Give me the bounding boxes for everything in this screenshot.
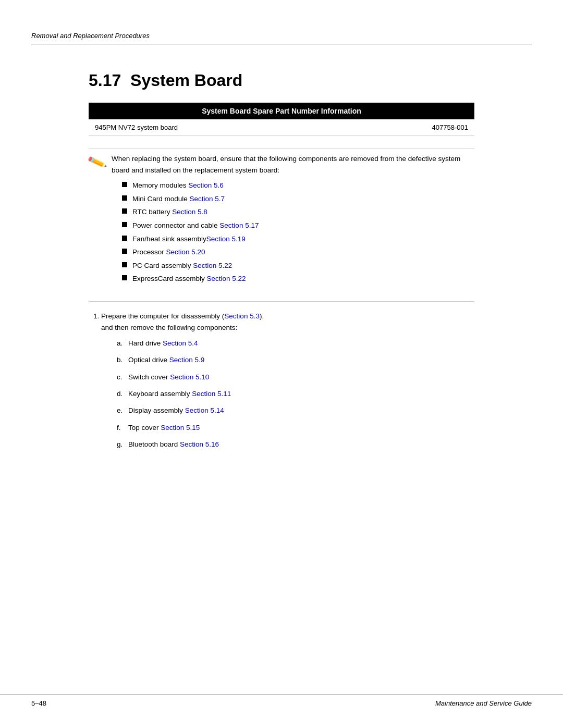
bullet-icon (122, 262, 127, 267)
breadcrumb: Removal and Replacement Procedures (31, 32, 150, 40)
content-divider (89, 301, 474, 302)
link-section-5-14[interactable]: Section 5.14 (185, 406, 224, 414)
list-item: Power connector and cable Section 5.17 (122, 220, 474, 231)
bullet-icon (122, 249, 127, 254)
link-section-5-10[interactable]: Section 5.10 (170, 373, 209, 381)
chapter-name: System Board (130, 71, 242, 90)
page-container: Removal and Replacement Procedures 5.17 … (0, 0, 563, 728)
link-section-5-22b[interactable]: Section 5.22 (207, 275, 246, 282)
alpha-item-e: e. Display assembly Section 5.14 (117, 404, 474, 417)
link-section-5-6[interactable]: Section 5.6 (188, 181, 224, 189)
bullet-icon (122, 236, 127, 241)
chapter-number: 5.17 (89, 71, 121, 90)
note-section: ✏️ When replacing the system board, ensu… (89, 149, 474, 293)
note-text: When replacing the system board, ensure … (112, 153, 474, 293)
chapter-title: 5.17 System Board (89, 71, 474, 90)
alpha-item-c: c. Switch cover Section 5.10 (117, 371, 474, 384)
list-item: Memory modules Section 5.6 (122, 180, 474, 191)
alpha-item-b: b. Optical drive Section 5.9 (117, 354, 474, 366)
link-section-5-20[interactable]: Section 5.20 (166, 248, 205, 256)
list-item: Processor Section 5.20 (122, 246, 474, 258)
header-section: Removal and Replacement Procedures (31, 31, 532, 44)
footer-page-number: 5–48 (31, 699, 46, 707)
alpha-item-a: a. Hard drive Section 5.4 (117, 337, 474, 350)
header-top: Removal and Replacement Procedures (31, 31, 532, 57)
link-section-5-11[interactable]: Section 5.11 (192, 390, 231, 398)
alpha-item-g: g. Bluetooth board Section 5.16 (117, 438, 474, 451)
alpha-item-f: f. Top cover Section 5.15 (117, 422, 474, 434)
bullet-icon (122, 208, 127, 214)
bullet-icon (122, 182, 127, 187)
link-section-5-17[interactable]: Section 5.17 (219, 221, 259, 229)
alpha-item-d: d. Keyboard assembly Section 5.11 (117, 388, 474, 400)
bullet-list: Memory modules Section 5.6 Mini Card mod… (112, 180, 474, 285)
alpha-list: a. Hard drive Section 5.4 b. Optical dri… (101, 337, 474, 451)
link-section-5-9[interactable]: Section 5.9 (169, 356, 205, 364)
link-section-5-16[interactable]: Section 5.16 (180, 440, 219, 448)
numbered-list: Prepare the computer for disassembly (Se… (89, 311, 474, 451)
table-cell-description: 945PM NV72 system board (89, 119, 344, 136)
table-heading: System Board Spare Part Number Informati… (89, 103, 474, 119)
list-item: Fan/heat sink assemblySection 5.19 (122, 233, 474, 245)
bullet-icon (122, 195, 127, 201)
list-item: RTC battery Section 5.8 (122, 206, 474, 218)
bullet-icon (122, 275, 127, 280)
footer: 5–48 Maintenance and Service Guide (0, 695, 563, 707)
spare-part-table: System Board Spare Part Number Informati… (89, 103, 474, 136)
page-content: 5.17 System Board System Board Spare Par… (57, 0, 506, 497)
bullet-icon (122, 222, 127, 227)
step-1: Prepare the computer for disassembly (Se… (101, 311, 474, 451)
link-section-5-4[interactable]: Section 5.4 (163, 339, 198, 347)
link-section-5-19[interactable]: Section 5.19 (206, 235, 246, 243)
list-item: Mini Card module Section 5.7 (122, 193, 474, 205)
link-section-5-22a[interactable]: Section 5.22 (193, 262, 232, 269)
footer-guide-title: Maintenance and Service Guide (435, 699, 532, 707)
list-item: PC Card assembly Section 5.22 (122, 260, 474, 272)
link-section-5-7[interactable]: Section 5.7 (190, 195, 225, 203)
link-section-5-8[interactable]: Section 5.8 (172, 208, 207, 216)
pencil-icon: ✏️ (87, 152, 108, 172)
link-section-5-15[interactable]: Section 5.15 (161, 424, 200, 431)
list-item: ExpressCard assembly Section 5.22 (122, 273, 474, 285)
table-cell-part-number: 407758-001 (344, 119, 474, 136)
link-section-5-3[interactable]: Section 5.3 (224, 312, 260, 320)
